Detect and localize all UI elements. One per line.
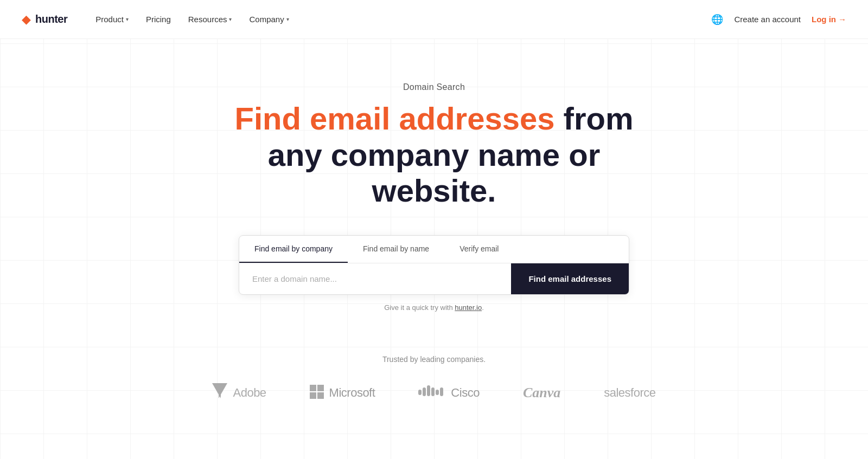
search-tabs: Find email by company Find email by name…	[239, 236, 629, 263]
nav-right: 🌐 Create an account Log in →	[711, 14, 846, 25]
svg-rect-8	[436, 390, 439, 395]
chevron-down-icon-resources: ▾	[229, 16, 232, 22]
tab-find-by-company[interactable]: Find email by company	[239, 236, 348, 263]
svg-rect-1	[317, 385, 324, 391]
microsoft-icon	[310, 385, 324, 401]
search-input-row: Find email addresses	[239, 263, 629, 294]
adobe-icon	[212, 383, 227, 402]
logo-icon: ◆	[22, 12, 31, 27]
nav-pricing[interactable]: Pricing	[139, 10, 177, 28]
trusted-section: Trusted by leading companies. Adobe	[0, 355, 868, 424]
create-account-link[interactable]: Create an account	[734, 15, 801, 24]
nav-product[interactable]: Product ▾	[89, 10, 135, 28]
svg-rect-2	[310, 392, 316, 399]
nav-links: Product ▾ Pricing Resources ▾ Company ▾	[89, 10, 711, 28]
quick-try-text: Give it a quick try with hunter.io.	[384, 303, 484, 312]
search-container: Find email by company Find email by name…	[239, 235, 629, 295]
adobe-name: Adobe	[233, 386, 266, 400]
page-label: Domain Search	[403, 82, 465, 92]
chevron-down-icon-company: ▾	[286, 16, 289, 22]
tab-find-by-name[interactable]: Find email by name	[348, 236, 444, 263]
salesforce-name: salesforce	[604, 386, 655, 400]
svg-rect-3	[317, 392, 324, 399]
hero-heading-orange: Find email addresses	[235, 101, 555, 136]
microsoft-logo: Microsoft	[310, 385, 375, 401]
svg-rect-6	[427, 385, 430, 396]
company-logos: Adobe Microsoft	[0, 383, 868, 424]
tab-verify-email[interactable]: Verify email	[444, 236, 514, 263]
nav-resources[interactable]: Resources ▾	[182, 10, 239, 28]
cisco-name: Cisco	[451, 386, 480, 400]
salesforce-logo: salesforce	[604, 386, 655, 400]
svg-rect-7	[431, 387, 435, 396]
canva-name: Canva	[523, 385, 560, 401]
canva-logo: Canva	[523, 385, 560, 401]
domain-search-input[interactable]	[239, 263, 511, 294]
svg-rect-9	[440, 387, 443, 396]
navbar: ◆ hunter Product ▾ Pricing Resources ▾ C…	[0, 0, 868, 39]
hunter-link[interactable]: hunter.io	[455, 303, 482, 312]
logo[interactable]: ◆ hunter	[22, 12, 67, 27]
cisco-logo: Cisco	[418, 385, 480, 400]
globe-icon[interactable]: 🌐	[711, 14, 723, 25]
adobe-logo: Adobe	[212, 383, 266, 402]
login-link[interactable]: Log in →	[812, 15, 846, 24]
svg-rect-4	[418, 390, 422, 395]
microsoft-name: Microsoft	[329, 386, 375, 400]
trusted-label: Trusted by leading companies.	[0, 355, 868, 364]
cisco-icon	[418, 385, 445, 400]
logo-text: hunter	[35, 13, 67, 25]
nav-company[interactable]: Company ▾	[242, 10, 295, 28]
svg-rect-0	[310, 385, 316, 391]
main-content: Domain Search Find email addresses from …	[0, 39, 868, 424]
chevron-down-icon: ▾	[126, 16, 129, 22]
search-button[interactable]: Find email addresses	[511, 263, 629, 294]
svg-rect-5	[423, 387, 426, 396]
hero-heading: Find email addresses from any company na…	[222, 101, 646, 209]
